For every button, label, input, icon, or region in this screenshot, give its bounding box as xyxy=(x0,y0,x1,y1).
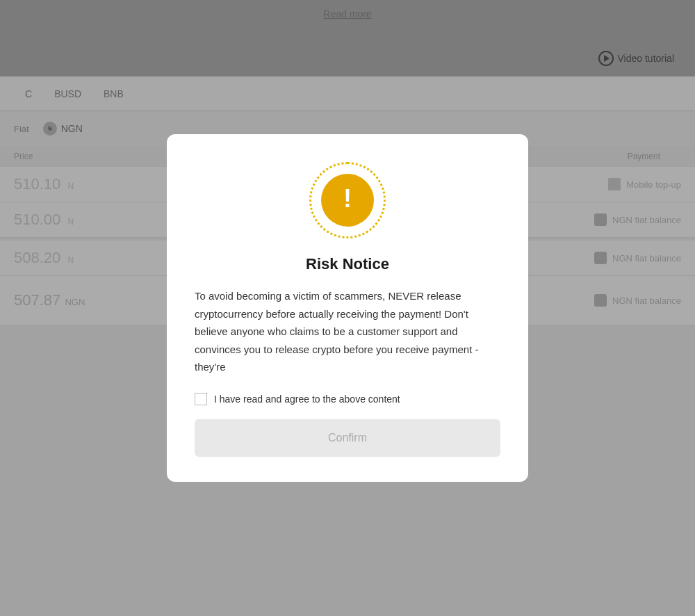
agreement-checkbox[interactable] xyxy=(195,393,207,405)
agreement-label: I have read and agree to the above conte… xyxy=(214,394,400,405)
modal-title: Risk Notice xyxy=(306,255,389,273)
agreement-row: I have read and agree to the above conte… xyxy=(195,393,500,405)
confirm-button[interactable]: Confirm xyxy=(195,419,500,457)
modal-overlay: ! Risk Notice To avoid becoming a victim… xyxy=(0,0,695,616)
warning-icon-wrapper: ! xyxy=(309,162,386,238)
dotted-ring xyxy=(309,162,386,238)
modal-body: To avoid becoming a victim of scammers, … xyxy=(195,287,500,376)
risk-notice-modal: ! Risk Notice To avoid becoming a victim… xyxy=(167,134,528,482)
